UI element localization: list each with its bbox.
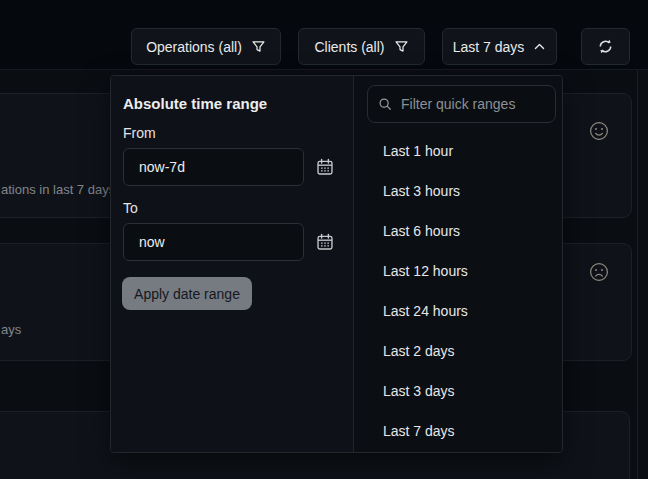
from-input[interactable]: [123, 148, 304, 186]
content-right-divider: [637, 70, 638, 479]
stat-card-caption: ays: [1, 322, 21, 337]
quick-range-option[interactable]: Last 24 hours: [354, 291, 562, 331]
quick-range-option[interactable]: Last 3 days: [354, 371, 562, 411]
time-range-button[interactable]: Last 7 days: [442, 28, 557, 65]
filter-icon: [251, 39, 266, 54]
stat-card-caption: ations in last 7 days: [1, 182, 115, 197]
operations-filter-label: Operations (all): [146, 39, 242, 55]
clients-filter-label: Clients (all): [314, 39, 384, 55]
quick-ranges-section: Last 1 hour Last 3 hours Last 6 hours La…: [354, 76, 562, 452]
apply-date-range-button[interactable]: Apply date range: [122, 277, 252, 310]
quick-range-option[interactable]: Last 3 hours: [354, 171, 562, 211]
calendar-icon[interactable]: [316, 158, 336, 178]
refresh-button[interactable]: [581, 28, 630, 65]
quick-range-list: Last 1 hour Last 3 hours Last 6 hours La…: [354, 131, 562, 451]
frowny-face-icon: [589, 262, 609, 282]
calendar-icon[interactable]: [316, 233, 336, 253]
quick-range-option[interactable]: Last 2 days: [354, 331, 562, 371]
smiley-face-icon: [589, 121, 609, 141]
quick-range-option[interactable]: Last 12 hours: [354, 251, 562, 291]
absolute-time-range-title: Absolute time range: [123, 95, 267, 112]
search-icon: [378, 97, 392, 111]
chevron-up-icon: [533, 40, 546, 53]
quick-range-option[interactable]: Last 7 days: [354, 411, 562, 451]
top-bar: Operations (all) Clients (all) Last 7 da…: [0, 0, 648, 70]
quick-range-option[interactable]: Last 1 hour: [354, 131, 562, 171]
clients-filter-button[interactable]: Clients (all): [298, 28, 425, 65]
quick-range-search: [367, 85, 556, 123]
time-range-label: Last 7 days: [453, 39, 525, 55]
from-label: From: [123, 125, 156, 141]
refresh-icon: [597, 38, 614, 55]
time-range-picker-dropdown: Absolute time range From To Apply date r…: [110, 75, 563, 453]
quick-range-option[interactable]: Last 6 hours: [354, 211, 562, 251]
filter-quick-ranges-input[interactable]: [399, 95, 545, 113]
to-label: To: [123, 200, 138, 216]
absolute-time-range-section: Absolute time range From To Apply date r…: [111, 76, 354, 452]
to-input[interactable]: [123, 223, 304, 261]
operations-filter-button[interactable]: Operations (all): [131, 28, 281, 65]
filter-icon: [394, 39, 409, 54]
